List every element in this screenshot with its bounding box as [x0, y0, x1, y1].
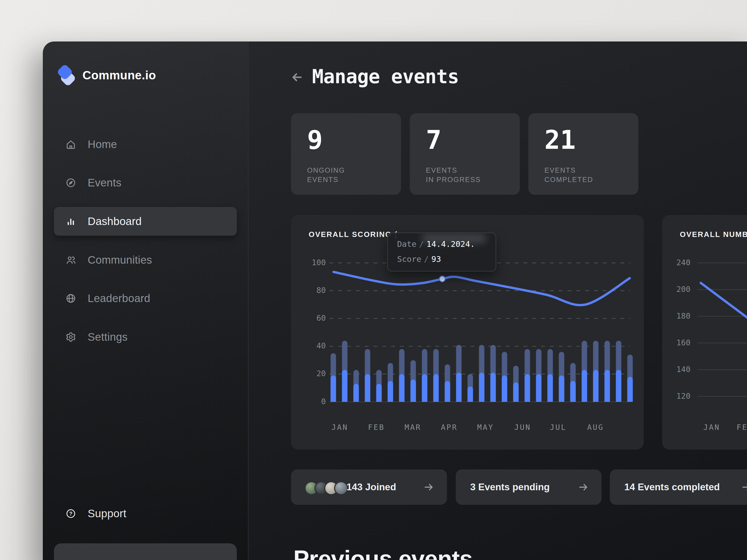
joined-arrow-button[interactable] [423, 481, 434, 493]
arrow-left-icon [290, 71, 304, 84]
logo-text: Commune.io [82, 68, 156, 82]
stat-value: 9 [307, 125, 323, 155]
gear-icon [66, 331, 76, 343]
stat-label: EVENTSCOMPLETED [544, 166, 593, 184]
stat-value: 7 [426, 125, 441, 155]
tooltip-score-row: Score/93 [397, 254, 441, 264]
arrow-right-icon [423, 481, 434, 493]
logo: Commune.io [58, 63, 156, 87]
compass-icon [66, 177, 76, 188]
question-glyph: ? [69, 510, 73, 516]
sidebar-item-label: Leaderboard [88, 292, 150, 304]
logo-icon [58, 63, 75, 87]
people-icon [66, 255, 76, 265]
back-button[interactable] [289, 69, 305, 85]
sidebar-item-settings[interactable]: Settings [54, 323, 237, 351]
app-window: Commune.io Home Events [43, 42, 747, 560]
sidebar-item-communities[interactable]: Communities [54, 246, 237, 274]
arrow-right-icon [577, 481, 589, 493]
events-pending-arrow-button[interactable] [577, 481, 589, 493]
stat-label: ONGOINGEVENTS [307, 166, 345, 184]
avatar [334, 481, 348, 495]
previous-events-heading: Previous events [293, 545, 472, 560]
chart-title: OVERALL NUMBER [680, 230, 747, 239]
chart-title: OVERALL SCORING ( [309, 230, 397, 239]
stat-card-in-progress: 7 EVENTSIN PROGRESS [410, 113, 520, 195]
bar-chart-icon [66, 216, 76, 227]
sidebar-item-label: Home [88, 138, 117, 151]
joined-card[interactable]: 143 Joined [291, 470, 447, 505]
joined-label: 143 Joined [346, 482, 396, 492]
arrow-right-icon [741, 481, 747, 493]
globe-icon [66, 293, 76, 304]
events-pending-card[interactable]: 3 Events pending [456, 470, 601, 505]
sidebar-bottom-card[interactable] [54, 543, 237, 560]
sidebar-item-label: Support [88, 507, 126, 520]
sidebar-item-label: Events [88, 177, 121, 189]
question-circle-icon: ? [66, 508, 76, 519]
sidebar-item-home[interactable]: Home [54, 130, 237, 159]
chart-tooltip: Date/14.4.2024. Score/93 [387, 233, 496, 271]
sidebar-item-leaderboard[interactable]: Leaderboard [54, 284, 237, 313]
events-completed-card[interactable]: 14 Events completed [610, 470, 747, 505]
stat-card-completed: 21 EVENTSCOMPLETED [529, 113, 638, 195]
sidebar-item-events[interactable]: Events [54, 168, 237, 197]
desktop-background: Commune.io Home Events [0, 0, 747, 560]
events-completed-arrow-button[interactable] [741, 481, 747, 493]
avatar-group [305, 481, 348, 493]
sidebar-item-support[interactable]: ? Support [54, 499, 237, 528]
events-pending-label: 3 Events pending [470, 482, 550, 492]
overall-number-chart-card: OVERALL NUMBER [662, 215, 747, 450]
events-completed-label: 14 Events completed [624, 482, 720, 492]
tooltip-date-row: Date/14.4.2024. [397, 239, 475, 249]
sidebar-item-dashboard[interactable]: Dashboard [54, 207, 237, 236]
stat-card-ongoing: 9 ONGOINGEVENTS [291, 113, 401, 195]
sidebar-item-label: Dashboard [88, 215, 141, 228]
stat-label: EVENTSIN PROGRESS [426, 166, 481, 184]
sidebar-item-label: Settings [88, 331, 128, 343]
sidebar: Commune.io Home Events [43, 42, 249, 560]
sidebar-item-label: Communities [88, 254, 152, 266]
home-icon [66, 139, 76, 150]
page-title: Manage events [312, 65, 459, 88]
stat-value: 21 [544, 125, 575, 155]
